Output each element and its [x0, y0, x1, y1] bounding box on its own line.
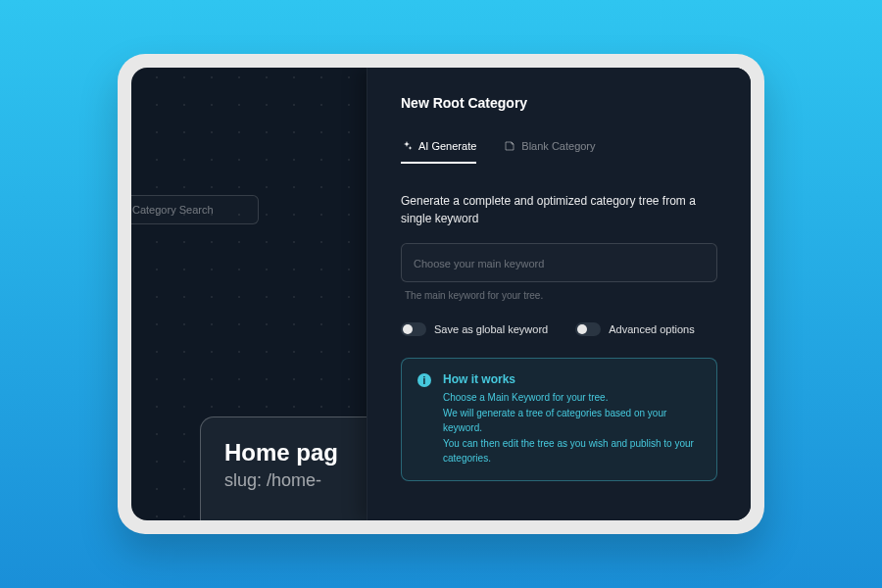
panel-tabs: AI Generate Blank Category	[401, 140, 717, 165]
callout-content: How it works Choose a Main Keyword for y…	[443, 372, 701, 466]
app-screen: Category Search Home pag slug: /home- Ne…	[131, 68, 751, 520]
keyword-helper: The main keyword for your tree.	[405, 290, 717, 301]
toggle-advanced-switch[interactable]	[575, 322, 601, 336]
toggle-advanced: Advanced options	[575, 322, 694, 336]
tab-blank-category[interactable]: Blank Category	[504, 140, 595, 164]
keyword-input[interactable]	[414, 258, 705, 270]
callout-line: We will generate a tree of categories ba…	[443, 406, 701, 435]
callout-line: Choose a Main Keyword for your tree.	[443, 390, 701, 405]
info-icon: i	[417, 373, 431, 387]
toggle-save-global-switch[interactable]	[401, 322, 426, 336]
toggle-save-global-label: Save as global keyword	[434, 323, 548, 335]
left-pane: Category Search Home pag slug: /home-	[131, 68, 367, 520]
tab-ai-generate[interactable]: AI Generate	[401, 140, 476, 164]
tab-label: AI Generate	[418, 140, 476, 152]
toggle-advanced-label: Advanced options	[609, 323, 694, 335]
keyword-input-wrap[interactable]	[401, 243, 717, 282]
callout-line: You can then edit the tree as you wish a…	[443, 436, 701, 466]
toggle-row: Save as global keyword Advanced options	[401, 322, 717, 336]
note-icon	[504, 140, 515, 152]
panel-title: New Root Category	[401, 95, 717, 111]
tablet-frame: Category Search Home pag slug: /home- Ne…	[118, 54, 764, 534]
callout-body: Choose a Main Keyword for your tree. We …	[443, 390, 701, 466]
callout-title: How it works	[443, 372, 701, 386]
new-category-panel: New Root Category AI Generate Blank Cate…	[367, 68, 751, 520]
tab-description: Generate a complete and optimized catego…	[401, 192, 717, 227]
tab-label: Blank Category	[521, 140, 595, 152]
search-placeholder: Category Search	[132, 204, 214, 216]
category-search-input[interactable]: Category Search	[131, 195, 259, 224]
sparkle-icon	[401, 140, 413, 152]
how-it-works-callout: i How it works Choose a Main Keyword for…	[401, 358, 717, 481]
toggle-save-global: Save as global keyword	[401, 322, 548, 336]
